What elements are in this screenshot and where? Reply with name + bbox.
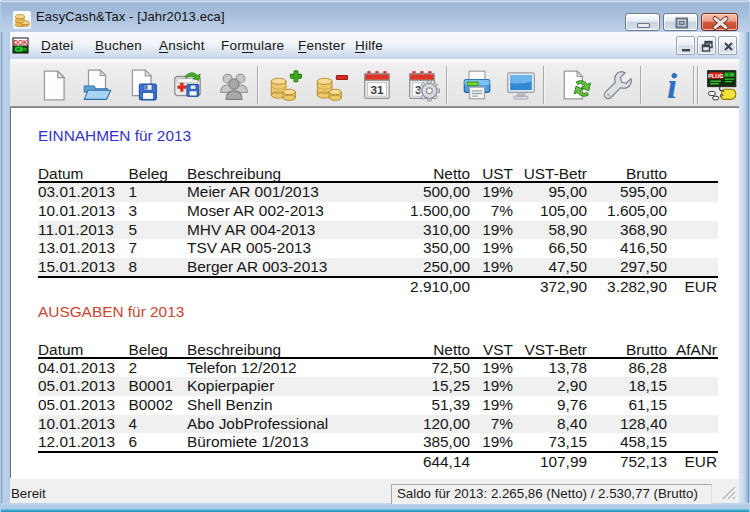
cell-beschreibung: Meier AR 001/2013 [187, 183, 319, 202]
cell-datum: 13.01.2013 [38, 239, 115, 258]
cell-satz: 19% [482, 239, 513, 258]
table-row[interactable]: 12.01.20136Büromiete 1/2013385,0019%73,1… [38, 433, 718, 452]
toolbar-open-file-icon[interactable] [80, 68, 114, 102]
table-row[interactable]: 10.01.20133Moser AR 002-20131.500,007%10… [38, 202, 718, 221]
cell-netto: 51,39 [431, 396, 470, 415]
mdi-restore-button[interactable] [697, 36, 716, 55]
total-brutto: 752,13 [620, 454, 667, 470]
close-button[interactable] [701, 13, 738, 31]
toolbar-calendar-31-icon[interactable]: 31 [361, 68, 395, 102]
section-title-ausgaben: AUSGABEN für 2013 [38, 304, 184, 320]
document-area[interactable]: EINNAHMEN für 2013DatumBelegBeschreibung… [11, 108, 739, 478]
toolbar-info-icon[interactable]: i [655, 68, 689, 102]
table-row[interactable]: 11.01.20135MHV AR 004-2013310,0019%58,90… [38, 221, 718, 240]
cell-brutto: 128,40 [620, 415, 667, 434]
toolbar-booking-add-icon[interactable] [268, 68, 302, 102]
column-header: VST [483, 342, 513, 358]
cell-beschreibung: Shell Benzin [187, 396, 273, 415]
cell-betrag: 105,00 [540, 202, 587, 221]
toolbar-users-icon[interactable] [217, 68, 251, 102]
toolbar-calendar-gear-icon[interactable]: 3 [406, 68, 440, 102]
toolbar-save-backup-icon[interactable] [171, 68, 205, 102]
cell-brutto: 86,28 [628, 359, 667, 378]
cell-betrag: 8,40 [557, 415, 587, 434]
title-bar[interactable]: EasyCash&Tax - [Jahr2013.eca] [1, 1, 749, 32]
total-currency: EUR [685, 454, 718, 470]
total-brutto: 3.282,90 [607, 279, 667, 295]
table-row[interactable]: 05.01.2013B0001Kopierpapier15,2519%2,901… [38, 377, 718, 396]
menu-item-datei[interactable]: Datei [41, 32, 74, 59]
toolbar-save-file-icon[interactable] [125, 68, 159, 102]
toolbar-booking-remove-icon[interactable] [314, 68, 348, 102]
cell-netto: 15,25 [431, 377, 470, 396]
cell-satz: 19% [482, 433, 513, 452]
cell-beleg: B0002 [129, 396, 174, 415]
cell-beschreibung: TSV AR 005-2013 [187, 239, 311, 258]
cell-brutto: 61,15 [628, 396, 667, 415]
menu-bar: DOK DateiBuchenAnsichtFormulareFensterHi… [10, 32, 739, 59]
totals-rule [38, 451, 718, 453]
column-header: AfANr [676, 342, 717, 358]
cell-beleg: 5 [129, 221, 138, 240]
cell-betrag: 2,90 [557, 377, 587, 396]
section-title-einnahmen: EINNAHMEN für 2013 [38, 128, 191, 144]
cell-brutto: 458,15 [620, 433, 667, 452]
column-header: Beschreibung [187, 166, 281, 182]
column-header: UST-Betr [524, 166, 587, 182]
cell-datum: 04.01.2013 [38, 359, 115, 378]
column-header: UST [482, 166, 513, 182]
toolbar-separator [543, 66, 545, 104]
mdi-minimize-button[interactable] [676, 36, 695, 55]
menu-item-ansicht[interactable]: Ansicht [159, 32, 205, 59]
table-header-ausgaben: DatumBelegBeschreibungNettoVSTVST-BetrBr… [38, 342, 718, 358]
table-row[interactable]: 10.01.20134Abo JobProfessional120,007%8,… [38, 415, 718, 434]
cell-netto: 310,00 [423, 221, 470, 240]
cell-satz: 19% [482, 221, 513, 240]
cell-datum: 10.01.2013 [38, 202, 115, 221]
cell-datum: 11.01.2013 [38, 221, 114, 240]
total-betrag: 107,99 [540, 454, 587, 470]
maximize-button[interactable] [663, 13, 698, 31]
menu-item-buchen[interactable]: Buchen [95, 32, 142, 59]
resize-grip[interactable] [722, 486, 736, 500]
column-header: Beleg [129, 166, 168, 182]
mdi-close-button[interactable] [718, 36, 737, 55]
cell-satz: 19% [482, 258, 513, 277]
table-row[interactable]: 13.01.20137TSV AR 005-2013350,0019%66,50… [38, 239, 718, 258]
toolbar-refresh-doc-icon[interactable] [559, 68, 593, 102]
menu-item-formulare[interactable]: Formulare [221, 32, 284, 59]
total-currency: EUR [685, 279, 718, 295]
svg-text:31: 31 [370, 83, 383, 96]
total-netto: 644,14 [423, 454, 470, 470]
cell-beschreibung: Berger AR 003-2013 [187, 258, 327, 277]
toolbar-monitor-icon[interactable] [504, 68, 538, 102]
menu-item-hilfe[interactable]: Hilfe [355, 32, 383, 59]
cell-brutto: 297,50 [620, 258, 667, 277]
toolbar-print-icon[interactable] [460, 68, 494, 102]
table-row[interactable]: 03.01.20131Meier AR 001/2013500,0019%95,… [38, 183, 718, 202]
menu-item-fenster[interactable]: Fenster [298, 32, 345, 59]
minimize-button[interactable] [625, 13, 660, 31]
toolbar-new-file-icon[interactable] [37, 68, 71, 102]
cell-beschreibung: Kopierpapier [187, 377, 274, 396]
cell-beleg: 1 [129, 183, 138, 202]
cell-beschreibung: Büromiete 1/2013 [187, 433, 309, 452]
window-frame-right [739, 2, 749, 512]
mdi-client: EINNAHMEN für 2013DatumBelegBeschreibung… [10, 106, 740, 478]
cell-datum: 05.01.2013 [38, 377, 115, 396]
column-header: Brutto [626, 166, 667, 182]
toolbar-wrench-icon[interactable] [601, 68, 635, 102]
cell-netto: 72,50 [431, 359, 470, 378]
toolbar: 313iPLUG [10, 59, 739, 108]
cell-datum: 03.01.2013 [38, 183, 115, 202]
cell-betrag: 58,90 [548, 221, 587, 240]
cell-beschreibung: Telefon 12/2012 [187, 359, 297, 378]
column-header: Beschreibung [187, 342, 281, 358]
table-row[interactable]: 04.01.20132Telefon 12/201272,5019%13,788… [38, 359, 718, 378]
status-bar: Bereit Saldo für 2013: 2.265,86 (Netto) … [10, 478, 739, 503]
document-icon[interactable]: DOK [12, 37, 29, 54]
toolbar-plugin-icon[interactable]: PLUG [705, 68, 739, 102]
table-row[interactable]: 05.01.2013B0002Shell Benzin51,3919%9,766… [38, 396, 718, 415]
table-row[interactable]: 15.01.20138Berger AR 003-2013250,0019%47… [38, 258, 718, 277]
cell-satz: 19% [482, 359, 513, 378]
